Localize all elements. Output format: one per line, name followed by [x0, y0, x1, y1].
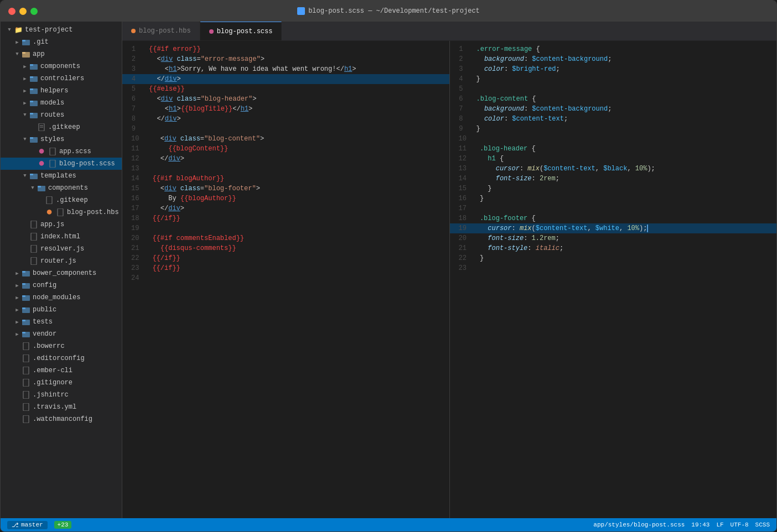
- hbs-file-dot: [131, 29, 136, 33]
- sidebar-label-router-js: router.js: [40, 257, 76, 265]
- sidebar-item-bower-components[interactable]: ▶ bower_components: [1, 267, 122, 279]
- sidebar-item-templates-components[interactable]: ▼ components: [1, 182, 122, 194]
- sidebar-item-blog-post-scss[interactable]: ▶ ● blog-post.scss: [1, 158, 122, 170]
- editor-pane-scss[interactable]: 1 .error-message { 2 background: $conten…: [449, 41, 777, 518]
- sidebar-label-app-scss: app.scss: [59, 148, 91, 155]
- svg-rect-34: [22, 283, 25, 285]
- chevron-down-icon: ▼: [20, 171, 29, 180]
- code-line: 5 {{#else}}: [122, 84, 449, 94]
- sidebar-item-gitignore[interactable]: ▶ .gitignore: [1, 377, 122, 389]
- folder-icon: [22, 293, 30, 302]
- folder-icon: [29, 86, 38, 95]
- status-right: app/styles/blog-post.scss 19:43 LF UTF-8…: [593, 521, 770, 528]
- code-line: 14 {{#if blogAuthor}}: [122, 174, 449, 184]
- sidebar-item-index-html[interactable]: ▶ index.html: [1, 231, 122, 243]
- sidebar-label-bower-components: bower_components: [33, 269, 96, 277]
- sidebar-label-jshintrc: .jshintrc: [33, 391, 69, 399]
- sidebar-item-config[interactable]: ▶ config: [1, 279, 122, 291]
- sidebar-item-templates[interactable]: ▼ templates: [1, 170, 122, 182]
- code-line: 22 {{/if}}: [122, 253, 449, 263]
- scss-dot-icon: ●: [37, 147, 46, 156]
- minimize-button[interactable]: [19, 8, 27, 15]
- sidebar-label-config: config: [33, 281, 56, 289]
- sidebar-item-blog-post-hbs[interactable]: ▶ ● blog-post.hbs: [1, 206, 122, 218]
- chevron-right-icon: ▶: [13, 330, 22, 338]
- sidebar-item-tests[interactable]: ▶ tests: [1, 316, 122, 328]
- sidebar-item-components[interactable]: ▶ components: [1, 60, 122, 72]
- tab-label-scss: blog-post.scss: [217, 28, 273, 35]
- sidebar-item-styles[interactable]: ▼ styles: [1, 133, 122, 145]
- svg-rect-26: [58, 208, 63, 216]
- code-line: 10: [450, 134, 777, 144]
- sidebar-item-app-scss[interactable]: ▶ ● app.scss: [1, 145, 122, 158]
- chevron-down-icon: ▼: [13, 50, 22, 59]
- code-line: 16 By {{blogAuthor}}: [122, 194, 449, 204]
- code-line: 9 }: [450, 124, 777, 134]
- git-icon: ⎇: [12, 521, 19, 529]
- sidebar-item-router-js[interactable]: ▶ router.js: [1, 255, 122, 267]
- diff-badge: +23: [54, 521, 72, 529]
- folder-icon: [29, 74, 38, 83]
- sidebar-item-routes[interactable]: ▼ routes: [1, 109, 122, 121]
- sidebar-item-git[interactable]: ▶ .git: [1, 36, 122, 48]
- code-line: 2 <div class="error-message">: [122, 54, 449, 64]
- code-line: 22 }: [450, 253, 777, 263]
- file-icon: [22, 378, 30, 387]
- sidebar-label-blog-post-scss: blog-post.scss: [59, 160, 115, 168]
- sidebar-item-vendor[interactable]: ▶ vendor: [1, 328, 122, 340]
- svg-rect-44: [23, 354, 29, 362]
- code-line-4: 4 </div>: [122, 74, 449, 84]
- scss-dot-icon: ●: [37, 159, 46, 168]
- chevron-right-icon: ▶: [20, 98, 29, 107]
- sidebar-item-bowerrc[interactable]: ▶ .bowerrc: [1, 340, 122, 352]
- sidebar-item-public[interactable]: ▶ public: [1, 304, 122, 316]
- code-line: 18 .blog-footer {: [450, 213, 777, 223]
- code-line: 1 {{#if error}}: [122, 44, 449, 54]
- tab-blog-post-hbs[interactable]: blog-post.hbs: [122, 22, 200, 40]
- folder-icon: [22, 281, 30, 290]
- sidebar-item-gitkeep-templates[interactable]: ▶ .gitkeep: [1, 194, 122, 206]
- line-ending-label: LF: [716, 521, 723, 528]
- editor-pane-hbs[interactable]: 1 {{#if error}} 2 <div class="error-mess…: [122, 41, 449, 518]
- sidebar-item-gitkeep-routes[interactable]: ▶ .gitkeep: [1, 121, 122, 133]
- sidebar-item-watchmanconfig[interactable]: ▶ .watchmanconfig: [1, 413, 122, 425]
- sidebar-item-editorconfig[interactable]: ▶ .editorconfig: [1, 352, 122, 364]
- status-left: ⎇ master +23: [7, 521, 71, 529]
- code-line: 3 <h1>Sorry, We have no idea what went w…: [122, 64, 449, 74]
- folder-icon: [22, 269, 30, 278]
- sidebar-item-app[interactable]: ▼ app: [1, 48, 122, 60]
- code-line: 20 font-size: 1.2rem;: [450, 233, 777, 243]
- folder-icon: 📁: [14, 25, 23, 34]
- code-line: 10 <div class="blog-content">: [122, 134, 449, 144]
- file-icon: [29, 220, 38, 229]
- code-line: 8 color: $content-text;: [450, 114, 777, 124]
- sidebar-item-controllers[interactable]: ▶ controllers: [1, 72, 122, 85]
- tab-blog-post-scss[interactable]: blog-post.scss: [200, 22, 282, 40]
- chevron-down-icon: ▼: [20, 111, 29, 119]
- code-line-19: 19 cursor: mix($content-text, $white, 10…: [450, 223, 777, 233]
- close-button[interactable]: [8, 8, 15, 15]
- git-branch-badge[interactable]: ⎇ master: [7, 521, 48, 529]
- sidebar-item-ember-cli[interactable]: ▶ .ember-cli: [1, 364, 122, 377]
- code-line: 15 }: [450, 184, 777, 194]
- chevron-right-icon: ▶: [13, 38, 22, 46]
- maximize-button[interactable]: [30, 8, 38, 15]
- svg-rect-36: [22, 295, 25, 297]
- sidebar-item-travis-yml[interactable]: ▶ .travis.yml: [1, 401, 122, 413]
- svg-rect-18: [30, 137, 33, 139]
- sidebar-item-app-js[interactable]: ▶ app.js: [1, 218, 122, 231]
- editors-container: 1 {{#if error}} 2 <div class="error-mess…: [122, 41, 776, 518]
- sidebar-item-root[interactable]: ▼ 📁 test-project: [1, 24, 122, 36]
- scss-icon: [297, 7, 305, 15]
- code-line: 3 color: $bright-red;: [450, 64, 777, 74]
- sidebar-item-resolver-js[interactable]: ▶ resolver.js: [1, 243, 122, 255]
- svg-rect-1: [22, 40, 25, 41]
- code-line: 12 h1 {: [450, 154, 777, 164]
- file-tree-sidebar[interactable]: ▼ 📁 test-project ▶ .git ▼ app: [1, 22, 122, 518]
- code-line: 23 {{/if}}: [122, 263, 449, 273]
- sidebar-item-node-modules[interactable]: ▶ node_modules: [1, 291, 122, 304]
- sidebar-label-index-html: index.html: [40, 233, 80, 241]
- sidebar-item-models[interactable]: ▶ models: [1, 97, 122, 109]
- sidebar-item-jshintrc[interactable]: ▶ .jshintrc: [1, 389, 122, 401]
- sidebar-item-helpers[interactable]: ▶ helpers: [1, 85, 122, 97]
